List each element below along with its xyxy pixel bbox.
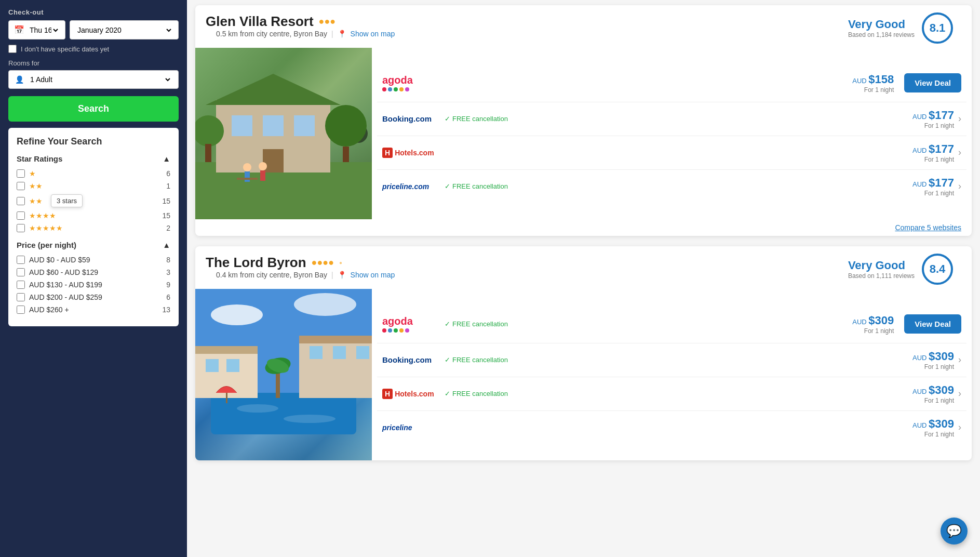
- star-5-checkbox[interactable]: [17, 224, 25, 232]
- svg-rect-3: [232, 115, 252, 136]
- search-button[interactable]: Search: [8, 96, 179, 122]
- hotels-arrow-2[interactable]: ›: [958, 388, 961, 399]
- svg-rect-10: [205, 144, 211, 162]
- deal-hotels-2: H Hotels.com ✓ FREE cancellation AUD $30…: [377, 377, 966, 411]
- view-deal-btn-2[interactable]: View Deal: [904, 314, 961, 334]
- deal-booking-1: Booking.com ✓ FREE cancellation AUD $177…: [377, 102, 966, 136]
- star-1-count: 6: [166, 169, 170, 178]
- agoda-dot-blue: [388, 87, 392, 91]
- priceline-arrow-1[interactable]: ›: [958, 181, 961, 192]
- svg-point-17: [211, 304, 263, 325]
- agoda-dot-purple: [405, 87, 409, 91]
- hotel-deals-1: agoda AUD $158 For 1 nigh: [372, 48, 972, 219]
- price-0-59-count: 8: [166, 256, 170, 264]
- star-3-stars: ★★: [29, 197, 43, 205]
- checkout-label: Check-out: [8, 8, 179, 16]
- price-200-259-label: AUD $200 - AUD $259: [29, 293, 102, 301]
- hotels-amount-2: $309: [929, 383, 954, 396]
- hotels-free-cancel-2: ✓ FREE cancellation: [445, 390, 892, 397]
- booking-text-2: Booking.com: [382, 355, 432, 364]
- hotels-arrow-1[interactable]: ›: [958, 147, 961, 158]
- price-260plus-count: 13: [162, 306, 170, 314]
- rooms-dropdown[interactable]: 1 Adult: [28, 75, 172, 84]
- price-130-199-count: 9: [166, 281, 170, 289]
- calendar-icon: 📅: [14, 25, 24, 35]
- star-1-checkbox[interactable]: [17, 169, 25, 178]
- price-260plus-checkbox[interactable]: [17, 306, 25, 314]
- booking-arrow-2[interactable]: ›: [958, 354, 961, 365]
- hotel-deals-2: agoda ✓ FREE cancellation: [372, 289, 972, 460]
- agoda-free-cancel-2: ✓ FREE cancellation: [445, 320, 831, 328]
- priceline-per-night-2: For 1 night: [892, 431, 954, 438]
- svg-rect-24: [195, 346, 258, 354]
- show-on-map-2[interactable]: Show on map: [351, 271, 395, 279]
- deal-agoda-2: agoda ✓ FREE cancellation: [377, 306, 966, 343]
- rooms-select[interactable]: 👤 1 Adult: [8, 70, 179, 89]
- no-dates-checkbox[interactable]: [8, 45, 17, 53]
- star-3-tooltip: 3 stars: [51, 194, 83, 207]
- star-filter-5: ★★★★★ 2: [17, 224, 170, 232]
- hotels-cancel-text-2: FREE cancellation: [452, 390, 508, 397]
- svg-rect-5: [294, 115, 315, 136]
- agoda-dot-orange-2: [399, 328, 404, 333]
- main-content: Glen Villa Resort ●●● 0.5 km from city c…: [187, 0, 980, 557]
- hotels-logo-2: H Hotels.com: [382, 389, 445, 399]
- checkmark-hotels-2: ✓: [445, 390, 450, 397]
- star-4-stars: ★★★★: [29, 211, 56, 220]
- svg-rect-19: [211, 393, 356, 434]
- hotel-image-1: ‹ ›: [195, 48, 372, 219]
- star-2-stars: ★★: [29, 182, 43, 190]
- svg-rect-25: [299, 336, 372, 343]
- priceline-currency-1: AUD: [912, 180, 929, 188]
- hotels-per-night-1: For 1 night: [892, 156, 954, 163]
- hotels-price-1: AUD $177 For 1 night: [892, 142, 954, 163]
- hotels-text-2: Hotels.com: [395, 390, 434, 398]
- svg-rect-29: [333, 346, 346, 359]
- checkout-day-select[interactable]: 📅 Thu 16: [8, 20, 65, 39]
- checkmark-2: ✓: [445, 356, 450, 364]
- price-60-129-count: 3: [166, 268, 170, 276]
- chat-button[interactable]: 💬: [941, 518, 968, 545]
- free-cancel-text-1: FREE cancellation: [452, 115, 508, 123]
- agoda-dot-purple-2: [405, 328, 409, 333]
- hotel-stars-2: ●●●●: [312, 257, 334, 268]
- price-200-259-count: 6: [166, 293, 170, 301]
- booking-arrow-1[interactable]: ›: [958, 113, 961, 124]
- svg-rect-14: [260, 170, 265, 181]
- price-200-259-checkbox[interactable]: [17, 293, 25, 301]
- price-filter-section: Price (per night) ▲ AUD $0 - AUD $59 8 A…: [17, 241, 170, 314]
- star-2-checkbox[interactable]: [17, 182, 25, 190]
- compare-link-1[interactable]: Compare 5 websites: [195, 219, 972, 236]
- star-filter-3: ★★ 3 stars 15: [17, 194, 170, 207]
- star-3-checkbox[interactable]: [17, 197, 25, 205]
- star-4-checkbox[interactable]: [17, 211, 25, 220]
- collapse-icon[interactable]: ▲: [163, 154, 170, 163]
- no-dates-label: I don't have specific dates yet: [21, 45, 109, 53]
- checkout-month-dropdown[interactable]: January 2020: [75, 25, 173, 35]
- view-deal-btn-1[interactable]: View Deal: [904, 73, 961, 92]
- price-130-199-checkbox[interactable]: [17, 281, 25, 289]
- priceline-arrow-2[interactable]: ›: [958, 422, 961, 433]
- agoda-price-section-2: AUD $309 For 1 night View Deal: [831, 314, 961, 335]
- star-filter-1: ★ 6: [17, 169, 170, 178]
- agoda-dot-green-2: [394, 328, 398, 333]
- checkout-day-dropdown[interactable]: Thu 16: [28, 25, 60, 35]
- price-collapse-icon[interactable]: ▲: [163, 241, 170, 249]
- booking-amount-1: $177: [929, 109, 954, 122]
- show-on-map-1[interactable]: Show on map: [351, 30, 395, 38]
- price-0-59-checkbox[interactable]: [17, 256, 25, 264]
- priceline-logo-2: priceline: [382, 423, 445, 432]
- hotels-text-1: Hotels.com: [395, 149, 434, 157]
- hotel-distance-1: 0.5 km from city centre, Byron Bay: [216, 30, 327, 38]
- checkout-month-select[interactable]: January 2020: [70, 20, 179, 39]
- agoda-cancel-text-2: FREE cancellation: [452, 320, 508, 328]
- booking-price-2: AUD $309 For 1 night: [892, 350, 954, 370]
- star-3-count: 15: [162, 197, 170, 205]
- priceline-amount-1: $177: [929, 176, 954, 189]
- svg-point-11: [243, 163, 251, 171]
- checkmark-priceline-1: ✓: [445, 182, 450, 190]
- priceline-price-2: AUD $309 For 1 night: [892, 417, 954, 438]
- price-60-129-checkbox[interactable]: [17, 268, 25, 276]
- agoda-price-2: AUD $309 For 1 night: [831, 314, 894, 335]
- agoda-per-night-1: For 1 night: [831, 86, 894, 94]
